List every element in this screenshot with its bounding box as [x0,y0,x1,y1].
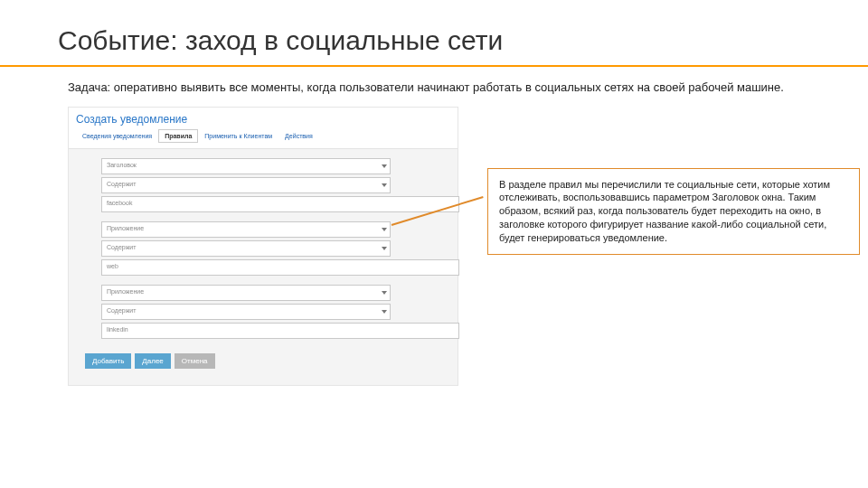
add-button[interactable]: Добавить [85,353,131,369]
task-text: Задача: оперативно выявить все моменты, … [0,67,868,103]
next-button[interactable]: Далее [135,353,170,369]
rule-value-input[interactable]: linkedin [101,323,459,339]
app-screenshot: Создать уведомление Сведения уведомления… [68,107,458,386]
callout-box: В разделе правил мы перечислили те социа… [487,168,860,255]
tab-apply[interactable]: Применить к Клиентам [198,129,278,143]
rule-attr-select[interactable]: Приложение [101,221,391,238]
page-title: Событие: заход в социальные сети [0,0,868,67]
rule-value-input[interactable]: web [101,259,459,276]
rule-op-select[interactable]: Содержит [101,304,391,320]
create-alert-heading: Создать уведомление [69,108,458,129]
rule-op-select[interactable]: Содержит [101,240,391,257]
rule-value-input[interactable]: facebook [101,196,459,212]
cancel-button[interactable]: Отмена [175,353,215,369]
rule-block: Приложение Содержит web [78,221,450,276]
tab-actions[interactable]: Действия [278,129,319,143]
tab-info[interactable]: Сведения уведомления [76,129,158,143]
rule-op-select[interactable]: Содержит [101,177,391,193]
rule-attr-select[interactable]: Приложение [101,285,391,301]
rule-block: Заголовок Содержит facebook [78,158,450,212]
tab-bar: Сведения уведомления Правила Применить к… [69,129,458,149]
rules-body: Заголовок Содержит facebook Приложение С… [69,149,458,385]
rule-block: Приложение Содержит linkedin [78,285,450,339]
tab-rules[interactable]: Правила [158,129,198,143]
rule-attr-select[interactable]: Заголовок [101,158,391,174]
